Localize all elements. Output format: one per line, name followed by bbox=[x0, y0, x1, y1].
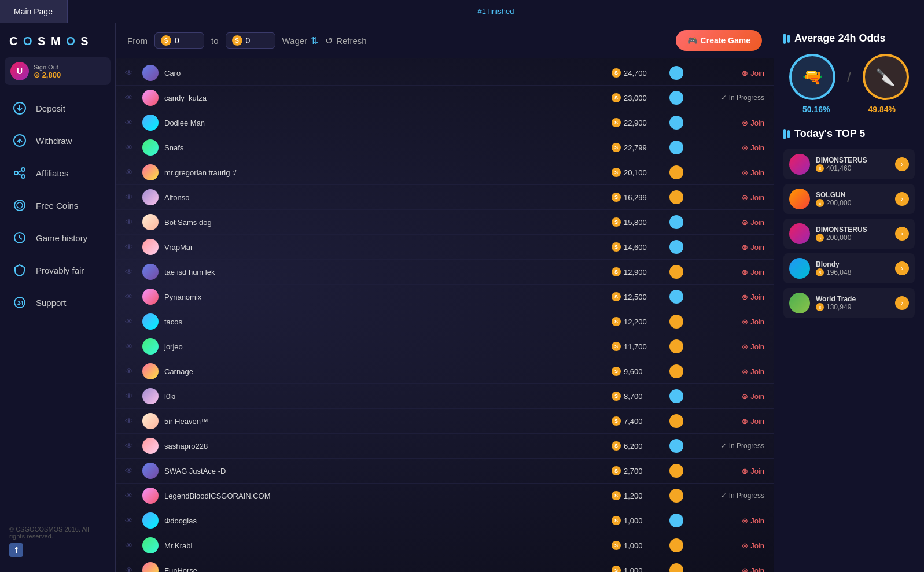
user-info[interactable]: U Sign Out ⊙ 2,800 bbox=[5, 57, 111, 85]
status-area: ⊗ Join bbox=[689, 243, 764, 252]
create-game-button[interactable]: 🎮 Create Game bbox=[676, 30, 762, 51]
game-row[interactable]: 👁 5ir Heaven™ S 7,400 ⊗ Join bbox=[116, 409, 774, 434]
eye-icon[interactable]: 👁 bbox=[125, 392, 137, 401]
join-button[interactable]: ⊗ Join bbox=[742, 318, 764, 326]
join-button[interactable]: ⊗ Join bbox=[742, 168, 764, 177]
join-button[interactable]: ⊗ Join bbox=[742, 143, 764, 152]
game-row[interactable]: 👁 SWAG JustAce -D S 2,700 ⊗ Join bbox=[116, 459, 774, 484]
game-row[interactable]: 👁 Pynanomix S 12,500 ⊗ Join bbox=[116, 285, 774, 309]
finished-badge: #1 finished bbox=[478, 7, 514, 16]
status-area: ⊗ Join bbox=[689, 318, 764, 326]
game-row[interactable]: 👁 mr.gregorian traurig :/ S 20,100 ⊗ Joi… bbox=[116, 160, 774, 185]
join-button[interactable]: ⊗ Join bbox=[742, 218, 764, 227]
from-input[interactable] bbox=[175, 36, 198, 45]
avatar: U bbox=[10, 62, 29, 80]
sidebar-item-support[interactable]: 24 Support bbox=[0, 286, 115, 319]
withdraw-icon bbox=[12, 132, 28, 149]
eye-icon[interactable]: 👁 bbox=[125, 566, 137, 572]
game-row[interactable]: 👁 Snafs S 22,799 ⊗ Join bbox=[116, 135, 774, 160]
top5-list-item[interactable]: World Trade S 130,949 › bbox=[783, 288, 915, 318]
game-row[interactable]: 👁 FunHorse S 1,000 ⊗ Join bbox=[116, 558, 774, 572]
top5-list-item[interactable]: Blondy S 196,048 › bbox=[783, 253, 915, 283]
join-button[interactable]: ⊗ Join bbox=[742, 69, 764, 78]
facebook-icon[interactable]: f bbox=[9, 543, 23, 557]
game-row[interactable]: 👁 Bot Sams dog S 15,800 ⊗ Join bbox=[116, 210, 774, 235]
game-row[interactable]: 👁 VrapMar S 14,600 ⊗ Join bbox=[116, 235, 774, 260]
eye-icon[interactable]: 👁 bbox=[125, 118, 137, 127]
join-button[interactable]: ⊗ Join bbox=[742, 193, 764, 202]
wager-amount: S 24,700 bbox=[612, 68, 664, 78]
eye-icon[interactable]: 👁 bbox=[125, 267, 137, 276]
join-button[interactable]: ⊗ Join bbox=[742, 243, 764, 252]
sidebar-item-game-history[interactable]: Game history bbox=[0, 222, 115, 254]
game-row[interactable]: 👁 candy_kutza S 23,000 ✓ In Progress bbox=[116, 86, 774, 110]
join-button[interactable]: ⊗ Join bbox=[742, 119, 764, 127]
eye-icon[interactable]: 👁 bbox=[125, 68, 137, 78]
eye-icon[interactable]: 👁 bbox=[125, 292, 137, 301]
top5-avatar bbox=[789, 293, 810, 313]
player-name: sashapro228 bbox=[164, 442, 606, 451]
join-button[interactable]: ⊗ Join bbox=[742, 541, 764, 550]
sidebar-item-deposit[interactable]: Deposit bbox=[0, 92, 115, 124]
wager-coin-icon: S bbox=[612, 93, 621, 102]
eye-icon[interactable]: 👁 bbox=[125, 367, 137, 376]
top5-list-item[interactable]: SOLGUN S 200,000 › bbox=[783, 184, 915, 214]
to-input-wrap[interactable]: S bbox=[226, 32, 275, 49]
game-row[interactable]: 👁 Mr.Krabi S 1,000 ⊗ Join bbox=[116, 533, 774, 558]
eye-icon[interactable]: 👁 bbox=[125, 143, 137, 152]
main-page-button[interactable]: Main Page bbox=[0, 0, 68, 23]
bet-side-indicator bbox=[669, 290, 683, 304]
eye-icon[interactable]: 👁 bbox=[125, 217, 137, 227]
top5-amount-value: 401,460 bbox=[826, 164, 851, 172]
sidebar-item-affiliates[interactable]: Affiliates bbox=[0, 157, 115, 189]
join-button[interactable]: ⊗ Join bbox=[742, 392, 764, 401]
eye-icon[interactable]: 👁 bbox=[125, 93, 137, 102]
join-button[interactable]: ⊗ Join bbox=[742, 566, 764, 573]
eye-icon[interactable]: 👁 bbox=[125, 516, 137, 525]
game-row[interactable]: 👁 Dodiee Man S 22,900 ⊗ Join bbox=[116, 110, 774, 135]
game-row[interactable]: 👁 jorjeo S 11,700 ⊗ Join bbox=[116, 334, 774, 359]
join-button[interactable]: ⊗ Join bbox=[742, 342, 764, 351]
sidebar-item-provably-fair[interactable]: Provably fair bbox=[0, 254, 115, 286]
eye-icon[interactable]: 👁 bbox=[125, 466, 137, 475]
join-button[interactable]: ⊗ Join bbox=[742, 417, 764, 426]
game-row[interactable]: 👁 LegendBloodICSGORAIN.COM S 1,200 ✓ In … bbox=[116, 484, 774, 508]
sidebar-item-free-coins[interactable]: Free Coins bbox=[0, 189, 115, 222]
eye-icon[interactable]: 👁 bbox=[125, 416, 137, 426]
eye-icon[interactable]: 👁 bbox=[125, 317, 137, 326]
sidebar-item-withdraw[interactable]: Withdraw bbox=[0, 124, 115, 157]
eye-icon[interactable]: 👁 bbox=[125, 342, 137, 351]
from-input-wrap[interactable]: S bbox=[154, 32, 204, 49]
pistol-icon: 🔫 bbox=[802, 68, 823, 87]
eye-icon[interactable]: 👁 bbox=[125, 168, 137, 177]
top5-list-item[interactable]: DIMONSTERUS S 200,000 › bbox=[783, 219, 915, 249]
join-button[interactable]: ⊗ Join bbox=[742, 268, 764, 276]
bet-side-indicator bbox=[669, 389, 683, 403]
eye-icon[interactable]: 👁 bbox=[125, 242, 137, 252]
eye-icon[interactable]: 👁 bbox=[125, 441, 137, 451]
game-row[interactable]: 👁 Alfonso S 16,299 ⊗ Join bbox=[116, 185, 774, 210]
eye-icon[interactable]: 👁 bbox=[125, 193, 137, 202]
game-row[interactable]: 👁 sashapro228 S 6,200 ✓ In Progress bbox=[116, 434, 774, 459]
game-row[interactable]: 👁 Caro S 24,700 ⊗ Join bbox=[116, 61, 774, 86]
game-row[interactable]: 👁 Carnage S 9,600 ⊗ Join bbox=[116, 359, 774, 384]
join-button[interactable]: ⊗ Join bbox=[742, 516, 764, 525]
svg-point-10 bbox=[17, 202, 23, 208]
eye-icon[interactable]: 👁 bbox=[125, 541, 137, 550]
game-row[interactable]: 👁 tae isd hum lek S 12,900 ⊗ Join bbox=[116, 260, 774, 285]
svg-text:24: 24 bbox=[17, 300, 23, 306]
top5-list-item[interactable]: DIMONSTERUS S 401,460 › bbox=[783, 149, 915, 179]
game-row[interactable]: 👁 l0ki S 8,700 ⊗ Join bbox=[116, 384, 774, 409]
join-button[interactable]: ⊗ Join bbox=[742, 367, 764, 376]
game-row[interactable]: 👁 Φdooglas S 1,000 ⊗ Join bbox=[116, 508, 774, 533]
refresh-button[interactable]: ↺ Refresh bbox=[325, 35, 367, 46]
join-button[interactable]: ⊗ Join bbox=[742, 467, 764, 475]
player-name: VrapMar bbox=[164, 243, 606, 252]
join-button[interactable]: ⊗ Join bbox=[742, 293, 764, 301]
wager-button[interactable]: Wager ⇅ bbox=[282, 35, 319, 46]
to-input[interactable] bbox=[246, 36, 269, 45]
top5-player-name: World Trade bbox=[816, 295, 889, 303]
eye-icon[interactable]: 👁 bbox=[125, 491, 137, 500]
game-row[interactable]: 👁 tacos S 12,200 ⊗ Join bbox=[116, 309, 774, 334]
status-area: ⊗ Join bbox=[689, 193, 764, 202]
